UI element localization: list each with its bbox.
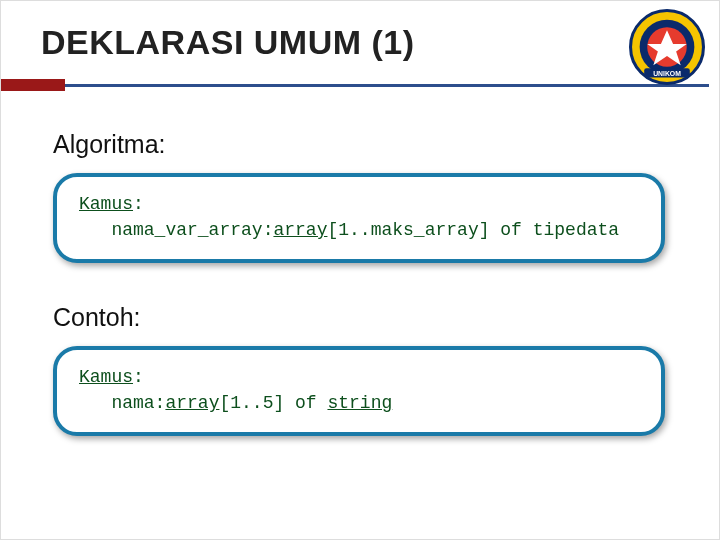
logo-text: UNIKOM bbox=[653, 70, 681, 77]
slide: DEKLARASI UMUM (1) UNIKOM Algoritma: Kam… bbox=[0, 0, 720, 540]
code-box-algoritma: Kamus: nama_var_array:array[1..maks_arra… bbox=[53, 173, 665, 263]
code-box-contoh: Kamus: nama:array[1..5] of string bbox=[53, 346, 665, 436]
accent-red-block bbox=[1, 79, 65, 91]
title-accent-bar bbox=[1, 79, 720, 91]
array-spec: [1..maks_array] of tipedata bbox=[327, 220, 619, 240]
array-keyword: array bbox=[273, 220, 327, 240]
accent-blue-line bbox=[65, 79, 720, 91]
indent bbox=[79, 393, 111, 413]
kamus-keyword: Kamus bbox=[79, 367, 133, 387]
var-name: nama_var_array: bbox=[111, 220, 273, 240]
kamus-keyword: Kamus bbox=[79, 194, 133, 214]
array-keyword: array bbox=[165, 393, 219, 413]
colon: : bbox=[133, 367, 144, 387]
page-title: DEKLARASI UMUM (1) bbox=[41, 23, 415, 62]
contoh-label: Contoh: bbox=[53, 303, 669, 332]
array-spec: [1..5] of bbox=[219, 393, 327, 413]
content-area: Algoritma: Kamus: nama_var_array:array[1… bbox=[53, 116, 669, 436]
colon: : bbox=[133, 194, 144, 214]
var-name: nama: bbox=[111, 393, 165, 413]
indent bbox=[79, 220, 111, 240]
string-keyword: string bbox=[327, 393, 392, 413]
logo-icon: UNIKOM bbox=[629, 9, 705, 85]
unikom-logo: UNIKOM bbox=[629, 9, 705, 85]
algoritma-label: Algoritma: bbox=[53, 130, 669, 159]
